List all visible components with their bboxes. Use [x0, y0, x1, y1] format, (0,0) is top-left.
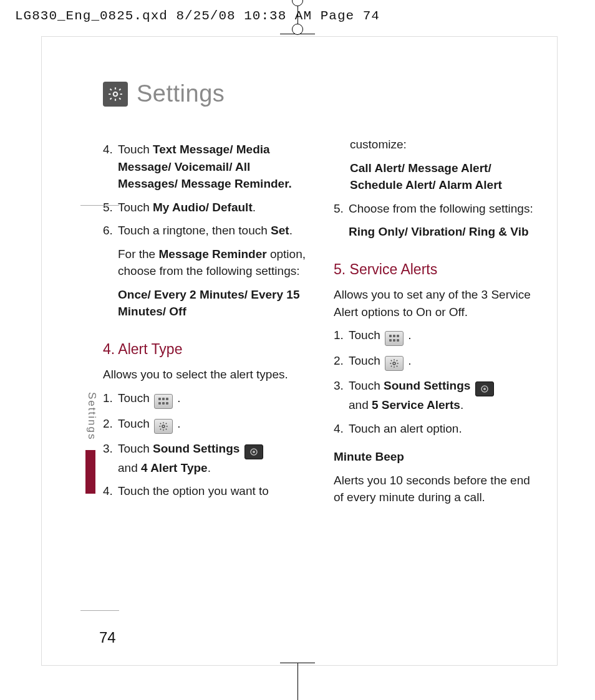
svg-point-7: [162, 425, 165, 428]
subhead-alert-type: 4. Alert Type: [103, 339, 309, 360]
svg-point-9: [253, 451, 255, 453]
svg-rect-3: [166, 398, 168, 400]
sound-settings-icon: [475, 381, 494, 396]
bold-text: Call Alert/ Message Alert/ Schedule Aler…: [350, 160, 539, 194]
page-frame: Settings 4. Touch Text Message/ Media Me…: [41, 36, 558, 666]
left-step-4: 4. Touch Text Message/ Media Message/ Vo…: [103, 141, 309, 193]
subhead-service-alerts: 5. Service Alerts: [334, 259, 539, 280]
step-body: Touch Text Message/ Media Message/ Voice…: [118, 141, 309, 193]
page-content: Settings 4. Touch Text Message/ Media Me…: [103, 80, 539, 512]
margin-rule: [80, 205, 119, 206]
side-tab: Settings: [85, 392, 98, 494]
step-body: Touch an alert option.: [349, 420, 539, 438]
bold-text: 5 Service Alerts: [372, 398, 460, 411]
continuation-block: customize: Call Alert/ Message Alert/ Sc…: [334, 136, 539, 194]
text: Alerts you 10 seconds before the end of …: [334, 472, 539, 506]
bold-text: My Audio/ Default: [153, 201, 253, 214]
print-slug: LG830_Eng_0825.qxd 8/25/08 10:38 AM Page…: [15, 9, 380, 23]
side-tab-bar: [85, 450, 95, 494]
step-number: 1.: [334, 327, 349, 346]
step-body: Touch My Audio/ Default.: [118, 199, 309, 216]
text: Touch a ringtone, then touch: [118, 224, 271, 237]
alert-type-step-4: 4. Touch the option you want to: [103, 482, 309, 500]
text: Touch: [349, 379, 384, 392]
svg-point-0: [114, 92, 118, 96]
svg-rect-4: [158, 402, 161, 405]
step-number: 5.: [103, 199, 118, 216]
text: .: [177, 417, 180, 430]
sound-settings-icon: [244, 444, 263, 459]
text: Touch: [118, 143, 153, 156]
bold-text: Message Reminder: [158, 247, 266, 261]
step-body: Touch a ringtone, then touch Set. For th…: [118, 222, 309, 327]
column-right: customize: Call Alert/ Message Alert/ Sc…: [334, 136, 539, 512]
bold-text: 4 Alert Type: [141, 461, 208, 474]
bold-text: Sound Settings: [384, 379, 470, 392]
svg-point-16: [393, 362, 395, 365]
settings-title-icon: [103, 82, 128, 107]
text: Choose from the following settings:: [349, 200, 539, 218]
crop-mark-top-circle: [292, 24, 303, 35]
step-number: 4.: [103, 141, 118, 193]
step-number: 4.: [334, 420, 349, 438]
step-body: Touch Sound Settings and 4 Alert Type.: [118, 440, 309, 477]
crop-mark-bottom: [285, 663, 310, 700]
bold-text: Set: [271, 224, 289, 237]
side-tab-label: Settings: [85, 392, 98, 445]
text: customize:: [350, 136, 539, 153]
text: .: [289, 224, 293, 237]
text: Touch the option you want to: [118, 484, 269, 497]
text: Allows you to select the alert types.: [103, 366, 309, 383]
gear-icon: [154, 419, 173, 434]
text: Touch: [118, 201, 153, 214]
subhead-minute-beep: Minute Beep: [334, 448, 539, 466]
svg-rect-5: [162, 402, 165, 405]
service-alerts-step-3: 3. Touch Sound Settings and 5 Service Al…: [334, 377, 539, 414]
svg-rect-12: [397, 335, 399, 337]
gear-icon: [385, 356, 404, 371]
svg-point-18: [483, 388, 486, 390]
text: .: [177, 391, 180, 405]
left-step-5: 5. Touch My Audio/ Default.: [103, 199, 309, 216]
step-body: Touch Sound Settings and 5 Service Alert…: [349, 377, 539, 414]
step-body: Touch .: [118, 390, 309, 409]
svg-rect-11: [393, 335, 395, 337]
alert-type-step-3: 3. Touch Sound Settings and 4 Alert Type…: [103, 440, 309, 477]
bold-text: Once/ Every 2 Minutes/ Every 15 Minutes/…: [118, 286, 309, 320]
step-body: Touch .: [349, 327, 539, 346]
text: Allows you to set any of the 3 Service A…: [334, 286, 539, 320]
column-left: 4. Touch Text Message/ Media Message/ Vo…: [103, 136, 309, 512]
text: For the: [118, 247, 158, 261]
svg-rect-1: [158, 398, 161, 400]
page-number: 74: [99, 629, 116, 646]
svg-rect-2: [162, 398, 165, 400]
text: .: [208, 461, 211, 474]
crop-mark-bottom-circle: [292, 0, 303, 6]
svg-rect-10: [389, 335, 392, 337]
step-number: 4.: [103, 482, 118, 500]
text: and: [349, 398, 372, 411]
step-number: 5.: [334, 200, 349, 247]
step-number: 1.: [103, 390, 118, 409]
step-number: 3.: [334, 377, 349, 414]
page-title: Settings: [137, 80, 225, 107]
text: .: [253, 201, 256, 214]
step-number: 2.: [103, 415, 118, 434]
menu-grid-icon: [154, 394, 173, 409]
step-number: 6.: [103, 222, 118, 327]
step-body: Touch the option you want to: [118, 482, 309, 500]
bold-text: Ring Only/ Vibration/ Ring & Vib: [349, 223, 539, 241]
text: .: [408, 354, 411, 367]
step-number: 2.: [334, 352, 349, 371]
step-body: Touch .: [118, 415, 309, 434]
text: Touch: [349, 328, 384, 342]
text: Touch an alert option.: [349, 422, 462, 435]
svg-rect-14: [393, 339, 395, 342]
text: and: [118, 461, 141, 474]
bold-text: Sound Settings: [153, 442, 239, 455]
text: Touch: [118, 391, 153, 405]
service-alerts-step-2: 2. Touch .: [334, 352, 539, 371]
service-alerts-step-4: 4. Touch an alert option.: [334, 420, 539, 438]
service-alerts-step-1: 1. Touch .: [334, 327, 539, 346]
alert-type-step-1: 1. Touch .: [103, 390, 309, 409]
